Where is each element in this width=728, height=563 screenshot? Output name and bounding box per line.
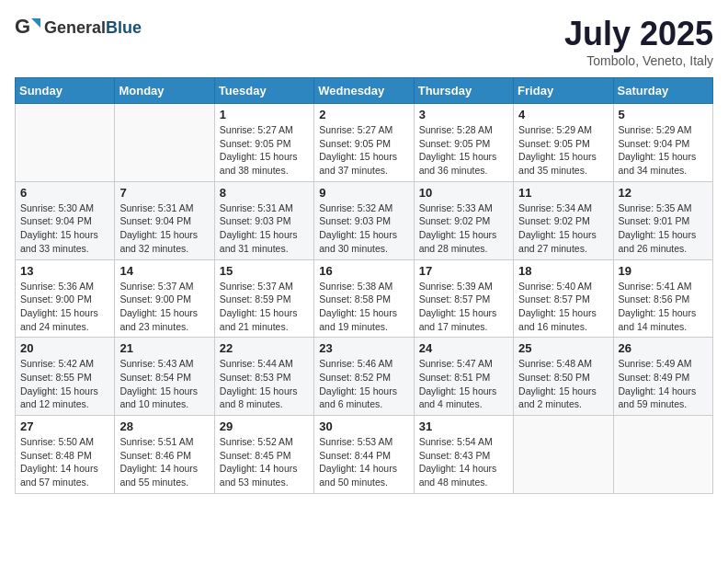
day-info: Sunrise: 5:53 AMSunset: 8:44 PMDaylight:… xyxy=(319,435,408,489)
day-number: 3 xyxy=(419,108,508,121)
calendar-cell: 20Sunrise: 5:42 AMSunset: 8:55 PMDayligh… xyxy=(16,338,115,416)
location-subtitle: Tombolo, Veneto, Italy xyxy=(564,53,713,68)
day-info: Sunrise: 5:37 AMSunset: 8:59 PMDaylight:… xyxy=(220,280,309,334)
day-info: Sunrise: 5:33 AMSunset: 9:02 PMDaylight:… xyxy=(419,201,508,256)
day-number: 28 xyxy=(119,419,209,433)
calendar-week-row: 1Sunrise: 5:27 AMSunset: 9:05 PMDaylight… xyxy=(16,104,713,182)
day-info: Sunrise: 5:27 AMSunset: 9:05 PMDaylight:… xyxy=(319,123,408,178)
day-number: 10 xyxy=(419,186,508,200)
calendar-table: SundayMondayTuesdayWednesdayThursdayFrid… xyxy=(15,77,713,494)
day-info: Sunrise: 5:38 AMSunset: 8:58 PMDaylight:… xyxy=(319,280,408,334)
day-number: 18 xyxy=(518,264,608,278)
day-number: 22 xyxy=(220,341,309,355)
weekday-header-cell: Saturday xyxy=(613,78,712,104)
calendar-cell: 11Sunrise: 5:34 AMSunset: 9:02 PMDayligh… xyxy=(514,181,613,259)
day-info: Sunrise: 5:48 AMSunset: 8:50 PMDaylight:… xyxy=(518,357,608,411)
day-number: 30 xyxy=(319,419,408,433)
calendar-cell: 8Sunrise: 5:31 AMSunset: 9:03 PMDaylight… xyxy=(214,181,313,259)
logo-text-general: General xyxy=(44,18,106,37)
calendar-cell xyxy=(115,104,214,182)
day-info: Sunrise: 5:32 AMSunset: 9:03 PMDaylight:… xyxy=(319,201,408,256)
day-number: 25 xyxy=(518,341,608,355)
day-number: 7 xyxy=(119,186,209,200)
day-info: Sunrise: 5:40 AMSunset: 8:57 PMDaylight:… xyxy=(518,280,608,334)
logo: G GeneralBlue xyxy=(15,15,142,40)
day-info: Sunrise: 5:47 AMSunset: 8:51 PMDaylight:… xyxy=(419,357,508,411)
calendar-week-row: 27Sunrise: 5:50 AMSunset: 8:48 PMDayligh… xyxy=(16,416,713,494)
day-number: 17 xyxy=(419,264,508,278)
day-number: 11 xyxy=(518,186,608,200)
calendar-cell: 22Sunrise: 5:44 AMSunset: 8:53 PMDayligh… xyxy=(214,338,313,416)
day-number: 4 xyxy=(518,108,608,121)
day-number: 15 xyxy=(220,264,309,278)
day-info: Sunrise: 5:43 AMSunset: 8:54 PMDaylight:… xyxy=(119,357,209,411)
calendar-cell xyxy=(514,416,613,494)
calendar-cell: 21Sunrise: 5:43 AMSunset: 8:54 PMDayligh… xyxy=(115,338,214,416)
day-number: 13 xyxy=(20,264,109,278)
logo-text-blue: Blue xyxy=(106,18,142,37)
weekday-header-cell: Friday xyxy=(514,78,613,104)
calendar-cell: 10Sunrise: 5:33 AMSunset: 9:02 PMDayligh… xyxy=(414,181,513,259)
calendar-cell xyxy=(16,104,115,182)
page-header: G GeneralBlue July 2025 Tombolo, Veneto,… xyxy=(15,15,713,68)
month-title: July 2025 xyxy=(564,15,713,53)
day-info: Sunrise: 5:42 AMSunset: 8:55 PMDaylight:… xyxy=(20,357,109,411)
day-info: Sunrise: 5:29 AMSunset: 9:04 PMDaylight:… xyxy=(619,123,708,178)
weekday-header-row: SundayMondayTuesdayWednesdayThursdayFrid… xyxy=(16,78,713,104)
day-info: Sunrise: 5:34 AMSunset: 9:02 PMDaylight:… xyxy=(518,201,608,256)
day-info: Sunrise: 5:29 AMSunset: 9:05 PMDaylight:… xyxy=(518,123,608,178)
weekday-header-cell: Thursday xyxy=(414,78,513,104)
day-number: 24 xyxy=(419,341,508,355)
calendar-cell: 18Sunrise: 5:40 AMSunset: 8:57 PMDayligh… xyxy=(514,259,613,338)
calendar-cell: 4Sunrise: 5:29 AMSunset: 9:05 PMDaylight… xyxy=(514,104,613,182)
day-number: 23 xyxy=(319,341,408,355)
day-number: 20 xyxy=(20,341,109,355)
calendar-cell: 25Sunrise: 5:48 AMSunset: 8:50 PMDayligh… xyxy=(514,338,613,416)
day-info: Sunrise: 5:52 AMSunset: 8:45 PMDaylight:… xyxy=(220,435,309,489)
calendar-cell: 3Sunrise: 5:28 AMSunset: 9:05 PMDaylight… xyxy=(414,104,513,182)
svg-text:G: G xyxy=(15,15,30,38)
day-number: 21 xyxy=(119,341,209,355)
calendar-cell xyxy=(613,416,712,494)
day-info: Sunrise: 5:31 AMSunset: 9:04 PMDaylight:… xyxy=(119,201,209,256)
day-number: 6 xyxy=(20,186,109,200)
calendar-cell: 7Sunrise: 5:31 AMSunset: 9:04 PMDaylight… xyxy=(115,181,214,259)
day-number: 31 xyxy=(419,419,508,433)
calendar-cell: 29Sunrise: 5:52 AMSunset: 8:45 PMDayligh… xyxy=(214,416,313,494)
day-info: Sunrise: 5:28 AMSunset: 9:05 PMDaylight:… xyxy=(419,123,508,178)
title-block: July 2025 Tombolo, Veneto, Italy xyxy=(564,15,713,68)
calendar-cell: 24Sunrise: 5:47 AMSunset: 8:51 PMDayligh… xyxy=(414,338,513,416)
day-info: Sunrise: 5:37 AMSunset: 9:00 PMDaylight:… xyxy=(119,280,209,334)
calendar-cell: 13Sunrise: 5:36 AMSunset: 9:00 PMDayligh… xyxy=(16,259,115,338)
calendar-week-row: 6Sunrise: 5:30 AMSunset: 9:04 PMDaylight… xyxy=(16,181,713,259)
day-number: 12 xyxy=(619,186,708,200)
day-number: 9 xyxy=(319,186,408,200)
svg-marker-1 xyxy=(31,18,40,28)
calendar-cell: 19Sunrise: 5:41 AMSunset: 8:56 PMDayligh… xyxy=(613,259,712,338)
day-number: 16 xyxy=(319,264,408,278)
day-number: 27 xyxy=(20,419,109,433)
calendar-week-row: 20Sunrise: 5:42 AMSunset: 8:55 PMDayligh… xyxy=(16,338,713,416)
weekday-header-cell: Monday xyxy=(115,78,214,104)
day-number: 26 xyxy=(619,341,708,355)
calendar-cell: 31Sunrise: 5:54 AMSunset: 8:43 PMDayligh… xyxy=(414,416,513,494)
calendar-cell: 14Sunrise: 5:37 AMSunset: 9:00 PMDayligh… xyxy=(115,259,214,338)
day-info: Sunrise: 5:36 AMSunset: 9:00 PMDaylight:… xyxy=(20,280,109,334)
weekday-header-cell: Tuesday xyxy=(214,78,313,104)
day-info: Sunrise: 5:30 AMSunset: 9:04 PMDaylight:… xyxy=(20,201,109,256)
logo-icon: G xyxy=(15,15,40,40)
day-info: Sunrise: 5:51 AMSunset: 8:46 PMDaylight:… xyxy=(119,435,209,489)
calendar-cell: 17Sunrise: 5:39 AMSunset: 8:57 PMDayligh… xyxy=(414,259,513,338)
day-info: Sunrise: 5:31 AMSunset: 9:03 PMDaylight:… xyxy=(220,201,309,256)
day-number: 5 xyxy=(619,108,708,121)
calendar-cell: 30Sunrise: 5:53 AMSunset: 8:44 PMDayligh… xyxy=(314,416,414,494)
day-info: Sunrise: 5:44 AMSunset: 8:53 PMDaylight:… xyxy=(220,357,309,411)
calendar-body: 1Sunrise: 5:27 AMSunset: 9:05 PMDaylight… xyxy=(16,104,713,494)
calendar-cell: 9Sunrise: 5:32 AMSunset: 9:03 PMDaylight… xyxy=(314,181,414,259)
day-number: 1 xyxy=(220,108,309,121)
calendar-cell: 28Sunrise: 5:51 AMSunset: 8:46 PMDayligh… xyxy=(115,416,214,494)
day-info: Sunrise: 5:46 AMSunset: 8:52 PMDaylight:… xyxy=(319,357,408,411)
day-info: Sunrise: 5:39 AMSunset: 8:57 PMDaylight:… xyxy=(419,280,508,334)
calendar-cell: 2Sunrise: 5:27 AMSunset: 9:05 PMDaylight… xyxy=(314,104,414,182)
calendar-cell: 1Sunrise: 5:27 AMSunset: 9:05 PMDaylight… xyxy=(214,104,313,182)
